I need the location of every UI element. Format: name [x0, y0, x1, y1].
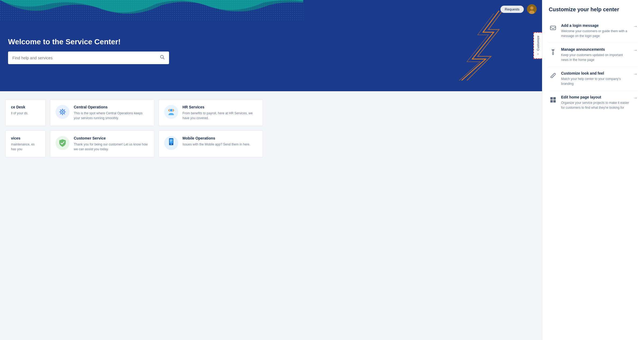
message-icon: [549, 24, 557, 32]
list-item[interactable]: Customer Service Thank you for being our…: [50, 130, 154, 157]
search-bar: [8, 52, 169, 64]
panel-item-home-layout-content: Edit home page layout Organize your serv…: [561, 95, 630, 110]
panel-item-look-feel[interactable]: Customize look and feel Match your help …: [549, 67, 638, 91]
avatar-image: [527, 4, 537, 14]
svg-rect-23: [550, 100, 553, 103]
svg-rect-22: [553, 97, 556, 100]
content-section: ce Desk ll of your ds.: [0, 91, 542, 340]
pin-icon: [549, 48, 557, 56]
panel-item-login-desc: Welcome your customers or guide them wit…: [561, 29, 630, 38]
header-nav: Requests: [500, 4, 537, 14]
hr-services-info: HR Services From benefits to payroll, he…: [182, 105, 257, 120]
svg-rect-24: [553, 100, 556, 103]
search-button[interactable]: [160, 55, 165, 61]
svg-rect-1: [0, 0, 303, 21]
hero-wave-decoration: [0, 0, 303, 21]
svg-rect-21: [550, 97, 553, 100]
panel-item-home-layout-title: Edit home page layout: [561, 95, 630, 99]
service-card-title: HR Services: [182, 105, 257, 109]
panel-item-login-arrow: →: [633, 24, 638, 29]
list-item[interactable]: HR Services From benefits to payroll, he…: [159, 99, 263, 126]
service-card-title: Mobile Operations: [182, 136, 250, 140]
central-operations-icon: [56, 105, 69, 119]
panel-item-announcements[interactable]: Manage announcements Keep your customers…: [549, 43, 638, 67]
panel-item-announcements-arrow: →: [633, 48, 638, 53]
search-input[interactable]: [12, 56, 160, 60]
service-card-title: Customer Service: [74, 136, 149, 140]
panel-item-login-title: Add a login message: [561, 23, 630, 28]
avatar[interactable]: [527, 4, 537, 14]
panel-item-home-layout-desc: Organize your service projects to make i…: [561, 100, 630, 110]
list-item[interactable]: vices maintenance, es has you: [5, 130, 46, 157]
panel-item-announcements-desc: Keep your customers updated on important…: [561, 53, 630, 62]
service-card-title: Central Operations: [74, 105, 149, 109]
panel-item-home-layout-arrow: →: [633, 96, 638, 100]
service-card-description: Thank you for being our customer! Let us…: [74, 142, 149, 152]
svg-line-6: [163, 58, 164, 59]
service-card-title: ce Desk: [11, 105, 40, 109]
svg-point-8: [62, 111, 63, 113]
hr-services-icon: [164, 105, 178, 119]
requests-button[interactable]: Requests: [500, 6, 524, 13]
central-operations-info: Central Operations This is the spot wher…: [74, 105, 149, 120]
svg-point-10: [170, 109, 173, 112]
panel-item-announcements-title: Manage announcements: [561, 47, 630, 52]
svg-point-3: [530, 6, 533, 10]
main-content: Requests Welcome to the Service Center!: [0, 0, 542, 340]
svg-rect-19: [550, 26, 556, 30]
panel-item-login-content: Add a login message Welcome your custome…: [561, 23, 630, 38]
panel-item-look-feel-content: Customize look and feel Match your help …: [561, 71, 630, 86]
service-card-description: This is the spot where Central Operation…: [74, 111, 149, 120]
service-row-2: vices maintenance, es has you: [5, 130, 263, 157]
panel-item-login-message[interactable]: Add a login message Welcome your custome…: [549, 19, 638, 43]
customize-tab[interactable]: Customize ×: [533, 32, 542, 59]
mobile-operations-info: Mobile Operations Issues with the Mobile…: [182, 136, 250, 147]
hero-section: Requests Welcome to the Service Center!: [0, 0, 542, 91]
mobile-operations-icon: [164, 136, 178, 150]
list-item[interactable]: Central Operations This is the spot wher…: [50, 99, 154, 126]
service-card-title: vices: [11, 136, 40, 140]
panel-item-look-feel-desc: Match your help center to your company's…: [561, 76, 630, 86]
customer-service-icon: [56, 136, 69, 150]
service-card-description: Issues with the Mobile app? Send them in…: [182, 142, 250, 147]
svg-point-9: [164, 105, 178, 119]
customize-tab-inner[interactable]: Customize ×: [533, 32, 542, 59]
customize-tab-label: Customize: [536, 35, 540, 50]
right-panel: Customize your help center Add a login m…: [542, 0, 644, 340]
panel-item-look-feel-title: Customize look and feel: [561, 71, 630, 75]
service-card-description: ll of your ds.: [11, 111, 40, 116]
pencil-icon: [549, 72, 557, 80]
list-item[interactable]: ce Desk ll of your ds.: [5, 99, 46, 126]
svg-rect-14: [170, 139, 173, 143]
service-card-description: From benefits to payroll, here at HR Ser…: [182, 111, 257, 120]
hero-title: Welcome to the Service Center!: [8, 38, 534, 46]
svg-point-15: [171, 144, 172, 145]
customize-tab-close[interactable]: ×: [537, 53, 539, 56]
list-item[interactable]: Mobile Operations Issues with the Mobile…: [159, 130, 263, 157]
panel-title: Customize your help center: [549, 6, 638, 13]
panel-item-look-feel-arrow: →: [633, 72, 638, 76]
panel-item-home-layout[interactable]: Edit home page layout Organize your serv…: [549, 91, 638, 114]
service-row-1: ce Desk ll of your ds.: [5, 99, 263, 126]
grid-icon: [549, 96, 557, 104]
service-card-description: maintenance, es has you: [11, 142, 40, 152]
panel-item-announcements-content: Manage announcements Keep your customers…: [561, 47, 630, 62]
customer-service-info: Customer Service Thank you for being our…: [74, 136, 149, 152]
